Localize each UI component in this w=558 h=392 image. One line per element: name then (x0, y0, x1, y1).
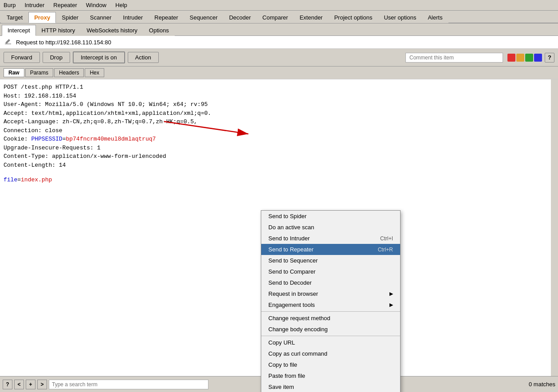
tab-target[interactable]: Target (1, 12, 28, 23)
ctx-copy-url[interactable]: Copy URL (261, 337, 400, 348)
pencil-icon (4, 38, 12, 47)
ctx-send-sequencer[interactable]: Send to Sequencer (261, 255, 400, 266)
dot-orange[interactable] (516, 54, 524, 62)
forward-button[interactable]: Forward (4, 52, 40, 63)
ctx-send-decoder[interactable]: Send to Decoder (261, 277, 400, 288)
ctx-copy-to-file[interactable]: Copy to file (261, 359, 400, 370)
action-button[interactable]: Action (128, 52, 159, 63)
tab-hex[interactable]: Hex (85, 68, 104, 77)
help-button[interactable]: ? (545, 53, 554, 63)
scrollbar[interactable] (551, 79, 558, 392)
tab-options[interactable]: Options (143, 25, 175, 36)
search-close-button[interactable]: > (37, 380, 47, 389)
request-line1: POST /test.php HTTP/1.1 (4, 83, 547, 92)
drop-button[interactable]: Drop (43, 52, 70, 63)
dot-red[interactable] (507, 54, 515, 62)
ctx-send-repeater[interactable]: Send to Repeater Ctrl+R (261, 244, 400, 255)
tab-sequencer[interactable]: Sequencer (184, 12, 224, 23)
match-count: 0 matches (529, 381, 555, 388)
tab-project-options[interactable]: Project options (328, 12, 378, 23)
request-info: Request to http://192.168.110.154:80 (0, 36, 558, 49)
ctx-send-comparer[interactable]: Send to Comparer (261, 266, 400, 277)
search-prev-button[interactable]: < (14, 380, 24, 389)
ctx-change-request-method[interactable]: Change request method (261, 313, 400, 324)
ctx-send-spider[interactable]: Send to Spider (261, 211, 400, 222)
request-url: Request to http://192.168.110.154:80 (16, 39, 111, 46)
ctx-active-scan[interactable]: Do an active scan (261, 222, 400, 233)
request-line6: Connection: close (4, 126, 547, 135)
menu-help[interactable]: Help (114, 1, 129, 9)
tab-headers[interactable]: Headers (54, 68, 84, 77)
tab-decoder[interactable]: Decoder (223, 12, 256, 23)
search-help-button[interactable]: ? (3, 380, 12, 389)
request-line11: file=index.php (4, 176, 547, 184)
menu-repeater[interactable]: Repeater (51, 1, 79, 9)
tab-websockets-history[interactable]: WebSockets history (81, 25, 143, 36)
menu-bar: Burp Intruder Repeater Window Help (0, 0, 558, 11)
ctx-request-browser[interactable]: Request in browser ▶ (261, 288, 400, 299)
color-dots (507, 54, 542, 62)
ctx-copy-curl[interactable]: Copy as curl command (261, 348, 400, 359)
toolbar: Forward Drop Intercept is on Action ? (0, 49, 558, 67)
ctx-paste-from-file[interactable]: Paste from file (261, 370, 400, 381)
tab-alerts[interactable]: Alerts (422, 12, 448, 23)
menu-burp[interactable]: Burp (2, 1, 17, 9)
tab-bar-sub: Intercept HTTP history WebSockets histor… (0, 24, 558, 36)
search-input[interactable] (49, 380, 208, 389)
request-line4: Accept: text/html,application/xhtml+xml,… (4, 109, 547, 118)
comment-input[interactable] (405, 53, 503, 63)
main-area: POST /test.php HTTP/1.1 Host: 192.168.11… (0, 79, 558, 392)
request-line10: Content-Length: 14 (4, 161, 547, 170)
tab-http-history[interactable]: HTTP history (36, 25, 81, 36)
menu-intruder[interactable]: Intruder (23, 1, 46, 9)
ctx-save-item[interactable]: Save item (261, 381, 400, 392)
request-cookie: Cookie: PHPSESSID=bp74fncrm40meul8dmlaqt… (4, 135, 547, 144)
request-line9: Content-Type: application/x-www-form-url… (4, 152, 547, 161)
tab-raw[interactable]: Raw (4, 68, 24, 77)
request-line3: User-Agent: Mozilla/5.0 (Windows NT 10.0… (4, 100, 547, 109)
search-next-button[interactable]: + (26, 380, 35, 389)
context-menu: Send to Spider Do an active scan Send to… (261, 210, 401, 392)
tab-user-options[interactable]: User options (378, 12, 422, 23)
ctx-change-body-encoding[interactable]: Change body encoding (261, 324, 400, 335)
tab-repeater[interactable]: Repeater (149, 12, 184, 23)
dot-green[interactable] (525, 54, 533, 62)
tab-params[interactable]: Params (25, 68, 53, 77)
tab-scanner[interactable]: Scanner (84, 12, 117, 23)
content-tabs: Raw Params Headers Hex (0, 67, 558, 79)
tab-extender[interactable]: Extender (294, 12, 328, 23)
tab-intruder[interactable]: Intruder (117, 12, 149, 23)
request-line2: Host: 192.168.110.154 (4, 92, 547, 101)
request-line5: Accept-Language: zh-CN,zh;q=0.8,zh-TW;q=… (4, 118, 547, 126)
svg-marker-1 (5, 39, 10, 44)
ctx-send-intruder[interactable]: Send to Intruder Ctrl+I (261, 233, 400, 244)
tab-comparer[interactable]: Comparer (257, 12, 294, 23)
tab-proxy[interactable]: Proxy (28, 12, 56, 23)
tab-bar-top: Target Proxy Spider Scanner Intruder Rep… (0, 11, 558, 24)
ctx-engagement-tools[interactable]: Engagement tools ▶ (261, 299, 400, 310)
request-line8: Upgrade-Insecure-Requests: 1 (4, 144, 547, 153)
intercept-button[interactable]: Intercept is on (73, 51, 125, 63)
tab-spider[interactable]: Spider (56, 12, 84, 23)
dot-blue[interactable] (534, 54, 542, 62)
menu-window[interactable]: Window (84, 1, 108, 9)
tab-intercept[interactable]: Intercept (2, 25, 36, 36)
